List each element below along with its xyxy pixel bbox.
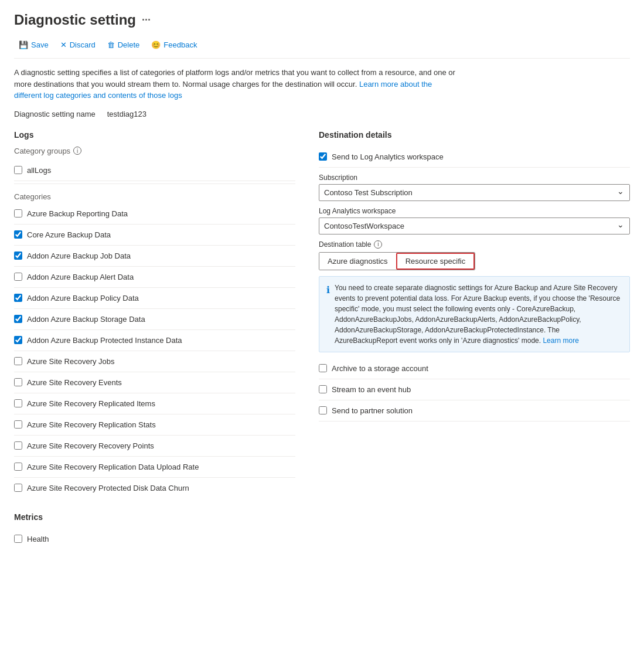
all-logs-checkbox[interactable] [14, 166, 22, 174]
category-checkbox[interactable] [14, 420, 22, 429]
categories-label: Categories [14, 192, 295, 201]
subscription-group: Subscription Contoso Test Subscription [319, 174, 630, 201]
category-checkbox[interactable] [14, 357, 22, 365]
event-hub-row: Stream to an event hub [319, 379, 630, 400]
feedback-button[interactable]: 😊 Feedback [146, 38, 202, 52]
storage-account-row: Archive to a storage account [319, 358, 630, 379]
subscription-select[interactable]: Contoso Test Subscription [319, 184, 630, 201]
learn-more-link-infobox[interactable]: Learn more [543, 337, 578, 345]
metric-checkbox[interactable] [14, 535, 22, 543]
metrics-section-title: Metrics [14, 512, 295, 522]
description: A diagnostic setting specifies a list of… [14, 67, 459, 101]
delete-icon: 🗑 [107, 40, 115, 49]
all-logs-row: allLogs [14, 160, 295, 181]
workspace-select-wrapper: ContosoTestWorkspace [319, 217, 630, 234]
destination-section-title: Destination details [319, 130, 630, 140]
setting-name-label: Diagnostic setting name [14, 110, 96, 118]
category-checkbox[interactable] [14, 251, 22, 260]
more-options-icon[interactable]: ··· [142, 14, 151, 26]
category-row: Core Azure Backup Data [14, 225, 295, 246]
category-label: Addon Azure Backup Job Data [27, 251, 131, 260]
partner-solution-label: Send to partner solution [332, 406, 413, 415]
all-logs-label: allLogs [27, 166, 51, 175]
category-checkbox[interactable] [14, 230, 22, 239]
page-header: Diagnostic setting ··· [14, 12, 630, 28]
category-row: Azure Site Recovery Replicated Items [14, 393, 295, 414]
info-box-content: You need to create separate diagnostic s… [335, 283, 622, 346]
subscription-label: Subscription [319, 174, 630, 182]
delete-button[interactable]: 🗑 Delete [103, 38, 145, 52]
dest-table-info-icon[interactable]: i [374, 240, 382, 249]
category-row: Addon Azure Backup Policy Data [14, 288, 295, 309]
category-label: Azure Site Recovery Jobs [27, 357, 115, 366]
categories-section: Categories Azure Backup Reporting DataCo… [14, 192, 295, 498]
metrics-list: Health [14, 529, 295, 549]
category-label: Addon Azure Backup Alert Data [27, 273, 134, 281]
category-checkbox[interactable] [14, 273, 22, 281]
main-content: Logs Category groups i allLogs Categorie… [14, 130, 630, 549]
toolbar: 💾 Save ✕ Discard 🗑 Delete 😊 Feedback [14, 38, 630, 59]
category-label: Azure Site Recovery Events [27, 378, 122, 387]
discard-icon: ✕ [60, 40, 67, 49]
info-box-icon: ℹ [326, 283, 330, 346]
dest-table-label: Destination table i [319, 240, 630, 249]
workspace-group: Log Analytics workspace ContosoTestWorks… [319, 207, 630, 234]
page-title: Diagnostic setting [14, 12, 136, 28]
azure-diagnostics-btn[interactable]: Azure diagnostics [319, 253, 396, 270]
partner-solution-row: Send to partner solution [319, 400, 630, 422]
category-row: Azure Site Recovery Protected Disk Data … [14, 478, 295, 498]
workspace-label: Log Analytics workspace [319, 207, 630, 215]
resource-specific-btn[interactable]: Resource specific [396, 253, 475, 270]
category-row: Addon Azure Backup Alert Data [14, 267, 295, 288]
category-checkbox[interactable] [14, 315, 22, 323]
event-hub-checkbox[interactable] [319, 385, 327, 393]
category-label: Addon Azure Backup Policy Data [27, 294, 139, 302]
metric-row: Health [14, 529, 295, 549]
metrics-section: Metrics Health [14, 512, 295, 549]
category-label: Core Azure Backup Data [27, 230, 111, 239]
log-analytics-row: Send to Log Analytics workspace [319, 147, 630, 168]
logs-section-title: Logs [14, 130, 295, 140]
save-icon: 💾 [19, 40, 28, 49]
destination-table-toggle: Azure diagnostics Resource specific [319, 252, 475, 270]
log-analytics-checkbox[interactable] [319, 152, 327, 161]
category-checkbox[interactable] [14, 463, 22, 471]
partner-solution-checkbox[interactable] [319, 406, 327, 414]
category-row: Addon Azure Backup Storage Data [14, 309, 295, 330]
category-row: Azure Site Recovery Jobs [14, 351, 295, 372]
category-checkbox[interactable] [14, 378, 22, 386]
category-checkbox[interactable] [14, 336, 22, 344]
category-row: Addon Azure Backup Job Data [14, 246, 295, 267]
category-label: Azure Site Recovery Protected Disk Data … [27, 484, 189, 492]
subscription-select-wrapper: Contoso Test Subscription [319, 184, 630, 201]
category-checkbox[interactable] [14, 294, 22, 302]
category-label: Azure Site Recovery Replicated Items [27, 399, 155, 408]
category-groups-info-icon[interactable]: i [73, 147, 81, 155]
feedback-icon: 😊 [151, 40, 161, 49]
category-label: Azure Backup Reporting Data [27, 209, 128, 218]
category-label: Addon Azure Backup Storage Data [27, 315, 145, 324]
categories-list: Azure Backup Reporting DataCore Azure Ba… [14, 203, 295, 498]
destination-table-section: Destination table i Azure diagnostics Re… [319, 240, 630, 352]
category-checkbox[interactable] [14, 399, 22, 407]
category-row: Azure Site Recovery Replication Data Upl… [14, 457, 295, 478]
category-checkbox[interactable] [14, 209, 22, 217]
workspace-select[interactable]: ContosoTestWorkspace [319, 217, 630, 234]
category-label: Azure Site Recovery Replication Data Upl… [27, 463, 199, 471]
discard-button[interactable]: ✕ Discard [56, 38, 100, 52]
storage-account-checkbox[interactable] [319, 364, 327, 372]
log-analytics-label: Send to Log Analytics workspace [332, 152, 444, 161]
save-button[interactable]: 💾 Save [14, 38, 53, 52]
category-label: Azure Site Recovery Replication Stats [27, 420, 156, 429]
right-panel: Destination details Send to Log Analytic… [319, 130, 630, 549]
setting-name-row: Diagnostic setting name testdiag123 [14, 110, 630, 118]
category-row: Azure Site Recovery Events [14, 372, 295, 393]
category-checkbox[interactable] [14, 484, 22, 492]
category-label: Azure Site Recovery Recovery Points [27, 441, 154, 450]
setting-name-value: testdiag123 [107, 110, 146, 118]
category-row: Addon Azure Backup Protected Instance Da… [14, 330, 295, 351]
category-groups-label: Category groups i [14, 147, 295, 155]
info-box: ℹ You need to create separate diagnostic… [319, 276, 630, 352]
category-checkbox[interactable] [14, 441, 22, 450]
left-panel: Logs Category groups i allLogs Categorie… [14, 130, 295, 549]
